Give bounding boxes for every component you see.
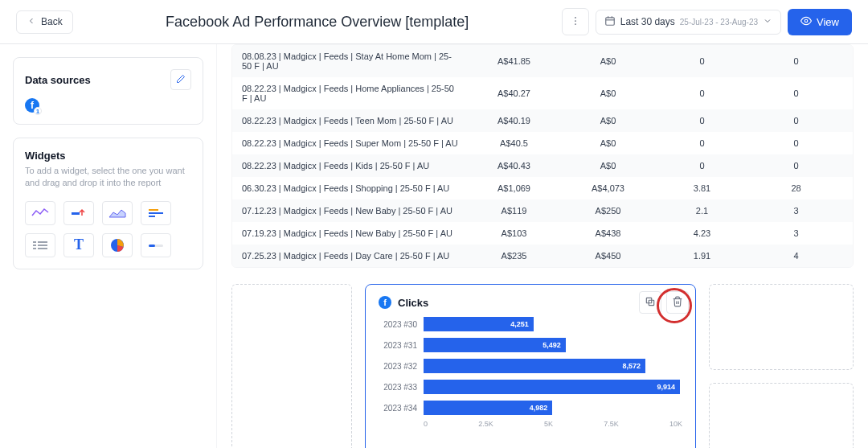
col-roas: 1.91 <box>655 251 749 261</box>
svg-rect-12 <box>33 241 36 243</box>
facebook-source-icon[interactable]: f1 <box>25 98 39 113</box>
col-revenue: A$450 <box>561 251 655 261</box>
chart-bars: 2023 #304,2512023 #315,4922023 #328,5722… <box>379 317 682 415</box>
svg-rect-20 <box>149 245 155 247</box>
chart-widget[interactable]: f Clicks 2023 #304,2512023 #315,4922023 … <box>365 284 696 448</box>
widget-progress[interactable] <box>141 233 171 257</box>
axis-tick: 2.5K <box>478 420 493 428</box>
table-row[interactable]: 08.22.23 | Madgicx | Feeds | Teen Mom | … <box>232 109 853 132</box>
axis-tick: 10K <box>669 420 682 428</box>
svg-rect-8 <box>72 212 80 215</box>
col-conv: 0 <box>749 138 843 148</box>
widget-pie-chart[interactable] <box>102 233 133 257</box>
eye-icon <box>800 15 812 29</box>
col-spend: A$40.43 <box>467 161 561 171</box>
bar-row: 2023 #304,251 <box>379 317 682 331</box>
table-row[interactable]: 08.22.23 | Madgicx | Feeds | Super Mom |… <box>232 132 853 154</box>
header-actions: Last 30 days 25-Jul-23 - 23-Aug-23 View <box>562 8 852 35</box>
bar-label: 2023 #34 <box>379 404 417 413</box>
date-label: Last 30 days <box>620 16 675 27</box>
bar-row: 2023 #339,914 <box>379 380 682 394</box>
widgets-title: Widgets <box>25 150 191 162</box>
campaign-name: 07.25.23 | Madgicx | Feeds | Day Care | … <box>242 251 467 261</box>
dropzone-right-top[interactable] <box>709 284 854 370</box>
bar-value: 8,572 <box>622 362 641 370</box>
bar-value: 5,492 <box>542 341 561 349</box>
svg-point-0 <box>575 17 576 18</box>
col-conv: 3 <box>749 206 843 216</box>
table-row[interactable]: 08.22.23 | Madgicx | Feeds | Home Applia… <box>232 77 853 109</box>
svg-point-7 <box>805 19 808 23</box>
header: Back Facebook Ad Performance Overview [t… <box>0 0 868 44</box>
bar-value: 9,914 <box>657 383 676 391</box>
campaigns-table: 08.08.23 | Madgicx | Feeds | Stay At Hom… <box>231 44 854 268</box>
dots-vertical-icon <box>570 15 581 29</box>
layout: Data sources f1 Widgets To add a widget,… <box>0 44 868 448</box>
bar-value: 4,982 <box>530 404 548 412</box>
bar-label: 2023 #33 <box>379 383 417 392</box>
widget-table[interactable] <box>25 233 55 257</box>
widgets-description: To add a widget, select the one you want… <box>25 165 191 190</box>
widget-kpi[interactable] <box>63 201 94 225</box>
page-title: Facebook Ad Performance Overview [templa… <box>83 14 552 31</box>
col-roas: 4.23 <box>655 228 749 238</box>
svg-rect-3 <box>605 17 614 24</box>
axis-tick: 5K <box>544 420 553 428</box>
table-row[interactable]: 07.19.23 | Madgicx | Feeds | New Baby | … <box>232 222 853 245</box>
col-revenue: A$0 <box>561 88 655 98</box>
col-revenue: A$0 <box>561 56 655 66</box>
col-roas: 3.81 <box>655 183 749 193</box>
widget-line-chart[interactable] <box>25 201 55 225</box>
copy-icon <box>645 296 656 310</box>
view-button[interactable]: View <box>788 9 852 35</box>
date-range-button[interactable]: Last 30 days 25-Jul-23 - 23-Aug-23 <box>596 10 781 35</box>
table-row[interactable]: 07.25.23 | Madgicx | Feeds | Day Care | … <box>232 245 853 267</box>
widget-text[interactable]: T <box>63 233 94 257</box>
view-label: View <box>817 16 839 28</box>
dropzone-right-bottom[interactable] <box>709 383 854 448</box>
table-row[interactable]: 08.22.23 | Madgicx | Feeds | Kids | 25-5… <box>232 154 853 177</box>
svg-point-1 <box>575 20 576 22</box>
widget-bar-chart[interactable] <box>141 201 171 225</box>
dropzone-left[interactable] <box>231 284 352 448</box>
pencil-icon <box>176 74 186 86</box>
col-conv: 0 <box>749 56 843 66</box>
back-button[interactable]: Back <box>16 10 73 34</box>
col-spend: A$103 <box>467 228 561 238</box>
bar-row: 2023 #328,572 <box>379 359 682 373</box>
campaign-name: 08.22.23 | Madgicx | Feeds | Home Applia… <box>242 84 467 103</box>
svg-rect-14 <box>33 245 36 246</box>
text-icon: T <box>74 236 84 253</box>
table-row[interactable]: 07.12.23 | Madgicx | Feeds | New Baby | … <box>232 199 853 222</box>
col-roas: 0 <box>655 138 749 148</box>
delete-widget-button[interactable] <box>666 291 689 314</box>
campaign-name: 07.12.23 | Madgicx | Feeds | New Baby | … <box>242 206 467 216</box>
widget-area-chart[interactable] <box>102 201 133 225</box>
bar-row: 2023 #315,492 <box>379 338 682 352</box>
col-conv: 0 <box>749 161 843 171</box>
widgets-panel: Widgets To add a widget, select the one … <box>13 138 203 269</box>
bar-label: 2023 #30 <box>379 320 417 329</box>
bar-label: 2023 #32 <box>379 362 417 371</box>
bar-label: 2023 #31 <box>379 341 417 350</box>
svg-rect-13 <box>38 241 47 243</box>
col-revenue: A$0 <box>561 116 655 125</box>
facebook-icon: f <box>379 296 391 309</box>
svg-rect-17 <box>38 248 47 249</box>
more-button[interactable] <box>562 8 589 35</box>
svg-rect-9 <box>149 209 158 211</box>
campaign-name: 08.22.23 | Madgicx | Feeds | Kids | 25-5… <box>242 161 467 171</box>
duplicate-widget-button[interactable] <box>639 291 661 314</box>
data-sources-panel: Data sources f1 <box>13 57 203 125</box>
main-content: 08.08.23 | Madgicx | Feeds | Stay At Hom… <box>217 44 868 448</box>
col-revenue: A$250 <box>561 206 655 216</box>
chart-axis: 02.5K5K7.5K10K <box>424 420 682 428</box>
edit-data-sources-button[interactable] <box>170 69 191 90</box>
campaign-name: 07.19.23 | Madgicx | Feeds | New Baby | … <box>242 228 467 238</box>
col-spend: A$40.19 <box>467 116 561 125</box>
sidebar: Data sources f1 Widgets To add a widget,… <box>0 44 217 448</box>
table-row[interactable]: 06.30.23 | Madgicx | Feeds | Shopping | … <box>232 177 853 199</box>
bar-value: 4,251 <box>510 320 529 328</box>
col-revenue: A$0 <box>561 138 655 148</box>
table-row[interactable]: 08.08.23 | Madgicx | Feeds | Stay At Hom… <box>232 45 853 77</box>
